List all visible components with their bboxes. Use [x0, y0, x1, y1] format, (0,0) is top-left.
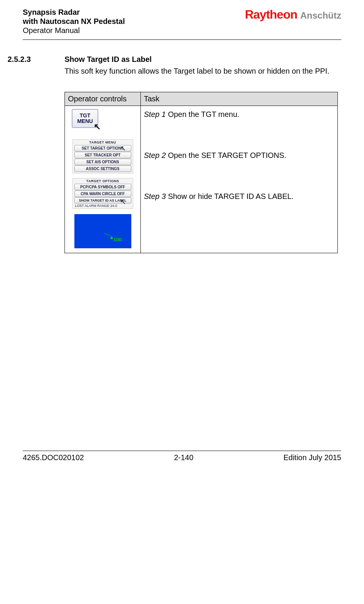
header-rule [23, 39, 341, 40]
section-title: Show Target ID as Label [65, 55, 341, 64]
brand-anschutz: Anschütz [300, 10, 341, 21]
operator-table: Operator controls Task TGT MENU ↖ TARGET… [65, 92, 338, 253]
target-options-panel: TARGET OPTIONS PCP/CPA SYMBOLS OFF CPA W… [72, 178, 133, 209]
doc-title-line3: Operator Manual [23, 26, 125, 35]
table-header-task: Task [141, 92, 338, 106]
tgt-btn-line2: MENU [77, 118, 93, 124]
step-2: Step 2 Open the SET TARGET OPTIONS. [144, 150, 334, 161]
footer-rule [23, 451, 341, 451]
doc-title-block: Synapsis Radar with Nautoscan NX Pedesta… [23, 8, 125, 35]
doc-title-line1: Synapsis Radar [23, 8, 125, 17]
footer-docnum: 4265.DOC020102 [23, 453, 84, 462]
step1-prefix: Step 1 [144, 110, 166, 118]
page-header: Synapsis Radar with Nautoscan NX Pedesta… [23, 8, 341, 35]
step-3: Step 3 Show or hide TARGET ID AS LABEL. [144, 191, 334, 202]
target-menu-panel: TARGET MENU SET TARGET OPTIONS SET TRACK… [72, 139, 133, 173]
step2-text: Open the SET TARGET OPTIONS. [166, 151, 287, 159]
target-vector [104, 233, 111, 237]
pcp-cpa-symbols-button[interactable]: PCP/CPA SYMBOLS OFF [74, 184, 131, 190]
cursor-icon: ↖ [94, 122, 101, 132]
target-options-title: TARGET OPTIONS [74, 179, 132, 183]
cursor-icon: ↖ [120, 198, 126, 206]
step3-prefix: Step 3 [144, 192, 166, 200]
section-text: This soft key function allows the Target… [65, 65, 341, 77]
step1-text: Open the TGT menu. [166, 110, 240, 118]
section-number: 2.5.2.3 [8, 55, 65, 92]
brand-block: Raytheon Anschütz [245, 8, 341, 22]
ppi-preview: 1181 [74, 214, 131, 248]
operator-controls-cell: TGT MENU ↖ TARGET MENU SET TARGET OPTION… [65, 106, 141, 253]
target-id-label: 1181 [114, 238, 122, 242]
section-block: 2.5.2.3 Show Target ID as Label This sof… [8, 55, 341, 92]
step-1: Step 1 Open the TGT menu. [144, 109, 334, 120]
target-menu-title: TARGET MENU [74, 140, 132, 144]
assoc-settings-button[interactable]: ASSOC SETTINGS [74, 166, 131, 172]
target-dot-icon [110, 237, 113, 239]
doc-title-line2: with Nautoscan NX Pedestal [23, 17, 125, 26]
table-header-controls: Operator controls [65, 92, 141, 106]
step2-prefix: Step 2 [144, 151, 166, 159]
brand-raytheon: Raytheon [245, 8, 297, 22]
task-cell: Step 1 Open the TGT menu. Step 2 Open th… [141, 106, 338, 253]
footer-page: 2-140 [174, 453, 193, 462]
set-tracker-opt-button[interactable]: SET TRACKER OPT [74, 152, 131, 158]
page-footer: 4265.DOC020102 2-140 Edition July 2015 [23, 451, 341, 462]
tgt-btn-line1: TGT [80, 112, 90, 118]
footer-edition: Edition July 2015 [284, 453, 341, 462]
set-ais-options-button[interactable]: SET AIS OPTIONS [74, 159, 131, 165]
cursor-icon: ↖ [120, 144, 126, 153]
tgt-menu-button[interactable]: TGT MENU ↖ [72, 109, 98, 128]
step3-text: Show or hide TARGET ID AS LABEL. [166, 192, 294, 200]
cpa-warn-circle-button[interactable]: CPA WARN CIRCLE OFF [74, 191, 131, 197]
